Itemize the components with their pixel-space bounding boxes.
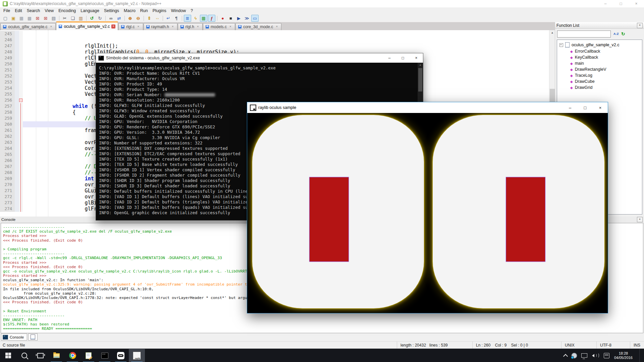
- separator[interactable]: [124, 16, 125, 21]
- editor-tab[interactable]: rlgl.h: [178, 23, 203, 30]
- document-map-icon[interactable]: ▦: [200, 15, 207, 22]
- function-list-item[interactable]: ErrorCallback: [558, 48, 641, 54]
- fold-margin[interactable]: [19, 37, 23, 43]
- function-list-item[interactable]: DrawCube: [558, 78, 641, 84]
- word-wrap-icon[interactable]: ↵: [165, 15, 172, 22]
- status-insert-mode[interactable]: INS: [630, 342, 644, 349]
- print-icon[interactable]: ▤: [50, 15, 57, 22]
- taskbar-clock[interactable]: 18:28 04/05/2016: [614, 351, 633, 360]
- fold-margin[interactable]: [19, 176, 23, 182]
- shortcut-mapper-icon[interactable]: ϟ: [192, 15, 199, 22]
- menu-item[interactable]: File: [1, 8, 12, 14]
- status-encoding[interactable]: UTF-8: [596, 342, 630, 349]
- maximize-icon[interactable]: □: [396, 53, 410, 63]
- separator[interactable]: [144, 16, 144, 21]
- bookmark-margin[interactable]: [15, 176, 19, 182]
- taskbar-raylib-button[interactable]: raylib: [129, 349, 145, 362]
- bookmark-margin[interactable]: [15, 109, 19, 115]
- zoom-out-icon[interactable]: ⊖: [135, 15, 142, 22]
- bookmark-margin[interactable]: [15, 97, 19, 103]
- fold-margin[interactable]: [19, 61, 23, 67]
- taskbar-chrome-button[interactable]: [64, 349, 80, 362]
- maximize-icon[interactable]: □: [613, 0, 629, 7]
- cmd-titlebar[interactable]: Símbolo del sistema - oculus_glfw_sample…: [96, 53, 423, 63]
- separator[interactable]: [105, 16, 106, 21]
- cut-icon[interactable]: ✂: [61, 15, 68, 22]
- fold-margin[interactable]: [19, 43, 23, 49]
- find-icon[interactable]: ∞: [107, 15, 115, 22]
- separator[interactable]: [182, 16, 182, 21]
- macro-stop-icon[interactable]: ■: [227, 15, 234, 22]
- fold-margin[interactable]: [19, 55, 23, 61]
- bookmark-margin[interactable]: [15, 152, 19, 158]
- sync-vertical-icon[interactable]: ⇕: [146, 15, 153, 22]
- bookmark-margin[interactable]: [15, 164, 19, 170]
- macro-run-multiple-icon[interactable]: ≫: [243, 15, 251, 22]
- action-center-icon[interactable]: [604, 353, 609, 358]
- bookmark-margin[interactable]: [15, 31, 19, 37]
- close-icon[interactable]: ×: [629, 0, 644, 7]
- function-list-icon[interactable]: ƒ: [208, 15, 215, 22]
- new-file-icon[interactable]: ▢: [2, 15, 9, 22]
- bookmark-margin[interactable]: [15, 182, 19, 188]
- bookmark-margin[interactable]: [15, 139, 19, 145]
- copy-icon[interactable]: ❏: [69, 15, 76, 22]
- separator[interactable]: [217, 16, 217, 21]
- sort-az-icon[interactable]: A↓Z: [613, 32, 619, 36]
- show-all-chars-icon[interactable]: ¶: [173, 15, 180, 22]
- bookmark-margin[interactable]: [15, 61, 19, 67]
- fold-margin[interactable]: [19, 109, 23, 115]
- fold-margin[interactable]: [19, 103, 23, 109]
- scroll-up-icon[interactable]: ▲: [549, 30, 555, 36]
- notepadpp-titlebar[interactable]: C:\raylib\raylib\examples\oculus_glfw_sa…: [0, 0, 644, 7]
- minimize-icon[interactable]: –: [598, 0, 613, 7]
- fold-margin[interactable]: [19, 97, 23, 103]
- bookmark-margin[interactable]: [15, 200, 19, 206]
- fold-margin[interactable]: [19, 127, 23, 133]
- fold-margin[interactable]: [19, 158, 23, 164]
- fold-margin[interactable]: [19, 67, 23, 73]
- bookmark-margin[interactable]: [15, 67, 19, 73]
- network-icon[interactable]: [581, 353, 587, 358]
- bookmark-margin[interactable]: [15, 55, 19, 61]
- menu-item[interactable]: Search: [24, 8, 43, 14]
- close-icon[interactable]: ⊠: [34, 15, 41, 22]
- editor-tab[interactable]: oculus_glfw_sample_v2.c: [56, 21, 118, 30]
- fold-margin[interactable]: [19, 182, 23, 188]
- editor-tab[interactable]: oculus_glfw_sample.c: [0, 23, 56, 30]
- function-tree-root[interactable]: oculus_glfw_sample_v2.c: [558, 42, 641, 48]
- macro-record-icon[interactable]: ●: [219, 15, 226, 22]
- tab-close-icon[interactable]: [171, 25, 175, 29]
- bookmark-margin[interactable]: [15, 145, 19, 152]
- fold-margin[interactable]: [19, 73, 23, 79]
- menu-item[interactable]: View: [42, 8, 56, 14]
- function-list-item[interactable]: main: [558, 60, 641, 66]
- menu-item[interactable]: Macro: [121, 8, 138, 14]
- separator[interactable]: [163, 16, 163, 21]
- fold-margin[interactable]: [19, 164, 23, 170]
- status-eol-format[interactable]: UNIX: [561, 342, 596, 349]
- function-list-item[interactable]: KeyCallback: [558, 54, 641, 60]
- save-all-icon[interactable]: ▩: [26, 15, 33, 22]
- menu-item[interactable]: Run: [138, 8, 150, 14]
- bookmark-margin[interactable]: [15, 85, 19, 91]
- secondary-panel-tab[interactable]: [28, 334, 38, 341]
- menu-item[interactable]: Edit: [12, 8, 24, 14]
- tab-close-icon[interactable]: [196, 25, 200, 29]
- collapse-icon[interactable]: [559, 43, 563, 47]
- close-all-icon[interactable]: ⊠: [42, 15, 49, 22]
- editor-tab[interactable]: models.c: [203, 23, 235, 30]
- bookmark-margin[interactable]: [15, 49, 19, 55]
- fold-margin[interactable]: [19, 49, 23, 55]
- minimize-icon[interactable]: –: [383, 53, 396, 63]
- scrollbar-thumb[interactable]: [418, 68, 422, 92]
- fold-margin[interactable]: [19, 170, 23, 176]
- menu-item[interactable]: Plugins: [150, 8, 169, 14]
- close-icon[interactable]: ×: [593, 102, 608, 113]
- bookmark-margin[interactable]: [15, 206, 19, 212]
- save-icon[interactable]: ▦: [18, 15, 25, 22]
- bookmark-margin[interactable]: [15, 91, 19, 97]
- bookmark-margin[interactable]: [15, 115, 19, 121]
- undo-icon[interactable]: ↺: [88, 15, 96, 22]
- fold-margin[interactable]: [19, 79, 23, 85]
